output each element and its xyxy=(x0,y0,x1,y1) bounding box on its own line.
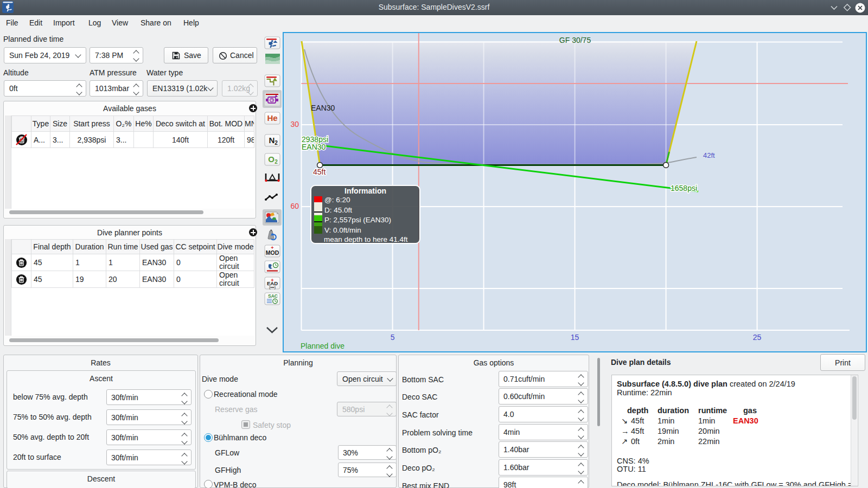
svg-text:2: 2 xyxy=(275,159,278,165)
svg-text:1658psi: 1658psi xyxy=(671,184,697,192)
svg-text:N: N xyxy=(269,136,275,145)
svg-text:EAN30: EAN30 xyxy=(302,143,326,151)
svg-text:42ft: 42ft xyxy=(703,151,715,159)
svg-text:O: O xyxy=(268,155,275,164)
svg-text:SAC: SAC xyxy=(268,293,278,299)
svg-text:45ft: 45ft xyxy=(313,168,326,176)
svg-text:25: 25 xyxy=(753,333,762,342)
svg-text:2: 2 xyxy=(275,140,278,146)
svg-text:30: 30 xyxy=(290,120,299,129)
svg-text:5: 5 xyxy=(391,333,395,342)
svg-text:He: He xyxy=(267,113,277,123)
svg-text:GF 30/75: GF 30/75 xyxy=(559,36,591,44)
svg-text:Planned dive: Planned dive xyxy=(301,342,344,350)
svg-text:MOD: MOD xyxy=(266,249,279,256)
svg-text:15: 15 xyxy=(571,333,579,342)
svg-text:60: 60 xyxy=(290,202,299,210)
svg-text:EAN30: EAN30 xyxy=(311,104,335,112)
svg-text:(•••): (•••) xyxy=(269,285,276,290)
